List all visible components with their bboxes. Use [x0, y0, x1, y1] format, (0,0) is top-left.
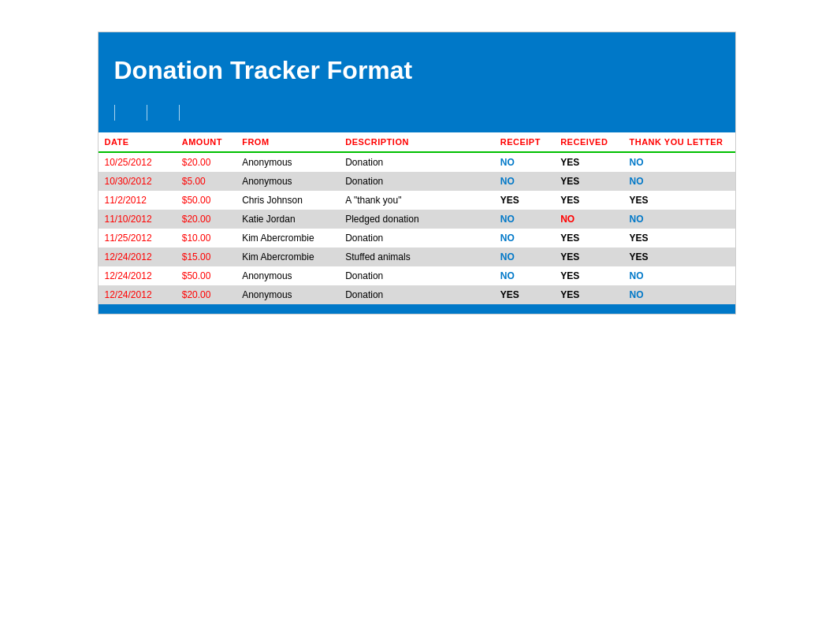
page-title: Donation Tracker Format — [114, 56, 720, 85]
divider-2 — [147, 105, 147, 121]
cell-description: Donation — [339, 172, 494, 191]
title-bar: Donation Tracker Format — [114, 48, 720, 97]
cell-received: YES — [554, 229, 623, 248]
table-row: 12/24/2012 $15.00 Kim Abercrombie Stuffe… — [99, 248, 735, 266]
table-section: DATE AMOUNT FROM DESCRIPTION RECEIPT REC… — [99, 132, 735, 304]
cell-description: Donation — [339, 285, 494, 304]
cell-from: Kim Abercrombie — [236, 229, 339, 248]
cell-from: Anonymous — [236, 266, 339, 285]
cell-description: A "thank you" — [339, 191, 494, 210]
table-row: 11/2/2012 $50.00 Chris Johnson A "thank … — [99, 191, 735, 210]
cell-from: Katie Jordan — [236, 210, 339, 229]
table-row: 12/24/2012 $20.00 Anonymous Donation YES… — [99, 285, 735, 304]
cell-thankyou: NO — [623, 152, 735, 172]
page-wrapper: Donation Tracker Format — [0, 0, 833, 644]
cell-thankyou: YES — [623, 191, 735, 210]
cell-from: Anonymous — [236, 152, 339, 172]
cell-receipt: NO — [494, 152, 554, 172]
cell-receipt: YES — [494, 191, 554, 210]
cell-description: Donation — [339, 152, 494, 172]
cell-date: 11/10/2012 — [99, 210, 176, 229]
col-header-date: DATE — [99, 132, 176, 152]
cell-date: 11/25/2012 — [99, 229, 176, 248]
footer-bar — [99, 304, 735, 314]
cell-date: 12/24/2012 — [99, 266, 176, 285]
table-row: 10/25/2012 $20.00 Anonymous Donation NO … — [99, 152, 735, 172]
cell-description: Stuffed animals — [339, 248, 494, 266]
col-header-description: DESCRIPTION — [339, 132, 494, 152]
cell-received: YES — [554, 172, 623, 191]
cell-receipt: NO — [494, 266, 554, 285]
divider-3 — [179, 105, 180, 121]
cell-thankyou: YES — [623, 248, 735, 266]
cell-amount: $20.00 — [176, 285, 236, 304]
cell-date: 10/30/2012 — [99, 172, 176, 191]
cell-thankyou: NO — [623, 266, 735, 285]
cell-amount: $20.00 — [176, 210, 236, 229]
table-row: 11/25/2012 $10.00 Kim Abercrombie Donati… — [99, 229, 735, 248]
cell-amount: $50.00 — [176, 191, 236, 210]
cell-receipt: NO — [494, 172, 554, 191]
header-section: Donation Tracker Format — [99, 32, 735, 132]
cell-description: Pledged donation — [339, 210, 494, 229]
donations-table: DATE AMOUNT FROM DESCRIPTION RECEIPT REC… — [99, 132, 735, 304]
cell-amount: $5.00 — [176, 172, 236, 191]
cell-amount: $15.00 — [176, 248, 236, 266]
subtitle-row — [114, 97, 720, 132]
cell-received: YES — [554, 191, 623, 210]
col-header-amount: AMOUNT — [176, 132, 236, 152]
subtitle-field-1 — [114, 105, 123, 121]
cell-from: Anonymous — [236, 285, 339, 304]
cell-received: YES — [554, 266, 623, 285]
cell-description: Donation — [339, 229, 494, 248]
spreadsheet-container: Donation Tracker Format — [98, 32, 736, 315]
cell-received: YES — [554, 285, 623, 304]
cell-from: Chris Johnson — [236, 191, 339, 210]
cell-amount: $50.00 — [176, 266, 236, 285]
cell-amount: $10.00 — [176, 229, 236, 248]
col-header-receipt: RECEIPT — [494, 132, 554, 152]
table-body: 10/25/2012 $20.00 Anonymous Donation NO … — [99, 152, 735, 304]
cell-thankyou: NO — [623, 285, 735, 304]
cell-description: Donation — [339, 266, 494, 285]
cell-date: 12/24/2012 — [99, 285, 176, 304]
cell-received: NO — [554, 210, 623, 229]
cell-receipt: NO — [494, 210, 554, 229]
table-row: 12/24/2012 $50.00 Anonymous Donation NO … — [99, 266, 735, 285]
divider-1 — [114, 105, 115, 121]
cell-receipt: YES — [494, 285, 554, 304]
cell-from: Kim Abercrombie — [236, 248, 339, 266]
table-header: DATE AMOUNT FROM DESCRIPTION RECEIPT REC… — [99, 132, 735, 152]
cell-thankyou: NO — [623, 210, 735, 229]
cell-thankyou: YES — [623, 229, 735, 248]
cell-amount: $20.00 — [176, 152, 236, 172]
cell-received: YES — [554, 248, 623, 266]
table-row: 10/30/2012 $5.00 Anonymous Donation NO Y… — [99, 172, 735, 191]
subtitle-field-2 — [147, 105, 155, 121]
cell-date: 11/2/2012 — [99, 191, 176, 210]
header-row: DATE AMOUNT FROM DESCRIPTION RECEIPT REC… — [99, 132, 735, 152]
cell-received: YES — [554, 152, 623, 172]
cell-thankyou: NO — [623, 172, 735, 191]
cell-receipt: NO — [494, 229, 554, 248]
cell-date: 12/24/2012 — [99, 248, 176, 266]
cell-from: Anonymous — [236, 172, 339, 191]
subtitle-field-3 — [179, 105, 188, 121]
cell-receipt: NO — [494, 248, 554, 266]
col-header-received: RECEIVED — [554, 132, 623, 152]
col-header-thankyou: THANK YOU LETTER — [623, 132, 735, 152]
col-header-from: FROM — [236, 132, 339, 152]
cell-date: 10/25/2012 — [99, 152, 176, 172]
table-row: 11/10/2012 $20.00 Katie Jordan Pledged d… — [99, 210, 735, 229]
